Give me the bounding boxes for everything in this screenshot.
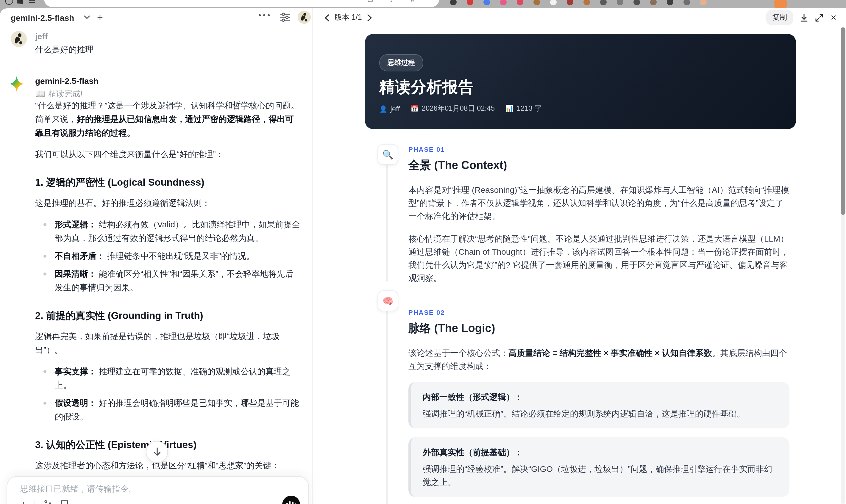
assistant-name: gemini-2.5-flash: [35, 76, 99, 86]
report-body: PHASE 01 全景 (The Context) 本内容是对“推理 (Reas…: [408, 143, 790, 504]
assistant-status: 📖精读完成!: [35, 89, 83, 100]
phase-2-header: PHASE 02 脉络 (The Logic): [408, 306, 790, 335]
browser-extension-icon[interactable]: [550, 0, 557, 5]
browser-extension-icon[interactable]: [500, 0, 507, 5]
divider: [34, 500, 35, 504]
bookmark-icon[interactable]: [60, 500, 68, 504]
version-nav: 版本 1/1: [324, 13, 372, 23]
report-date: 2026年01月08日 02:45: [422, 104, 495, 112]
section-title-3: 3. 认知的公正性 (Epistemic Virtues): [35, 438, 301, 452]
browser-reload-icon[interactable]: ◯: [5, 0, 13, 5]
book-icon: 📖: [35, 89, 45, 98]
version-label: 版本 1/1: [335, 13, 362, 23]
section-title-2: 2. 前提的真实性 (Grounding in Truth): [35, 309, 301, 323]
browser-extension-icon[interactable]: [483, 0, 490, 5]
chevron-right-icon[interactable]: [367, 14, 372, 21]
thinking-process-badge: 思维过程: [379, 54, 423, 71]
voice-input-button[interactable]: [282, 496, 300, 504]
section-lead-1: 这是推理的基石。好的推理必须遵循逻辑法则：: [35, 196, 301, 210]
list-item: 不自相矛盾：推理链条中不能出现“既是又非”的情况。: [35, 249, 301, 263]
section-title-1: 1. 逻辑的严密性 (Logical Soundness): [35, 176, 301, 189]
browser-extension-icon[interactable]: [567, 0, 573, 5]
address-bar[interactable]: ⌓ ⇪ ☆: [44, 0, 439, 7]
browser-extension-icon[interactable]: [517, 0, 523, 5]
brain-icon: 🧠: [377, 290, 398, 311]
browser-extension-icon[interactable]: [467, 0, 473, 5]
dimension-card: 内部一致性（形式逻辑）： 强调推理的“机械正确”。结论必须在给定的规则系统内逻辑…: [408, 382, 790, 428]
intro-paragraph-2: 我们可以从以下四个维度来衡量什么是“好的推理”：: [35, 148, 301, 161]
settings-sliders-icon[interactable]: [280, 13, 290, 22]
browser-extension-icon[interactable]: [583, 0, 590, 5]
user-avatar: [11, 31, 27, 47]
timeline-connector: [386, 311, 388, 504]
chevron-left-icon[interactable]: [324, 14, 329, 21]
phase-1-paragraph: 核心情境在于解决“思考的随意性”问题。不论是人类通过批判性思维进行决策，还是大语…: [408, 232, 790, 284]
gemini-star-icon: [9, 76, 24, 92]
phase-1-paragraph: 本内容是对“推理 (Reasoning)”这一抽象概念的高层建模。在知识爆炸与人…: [408, 183, 790, 222]
bookmark-star-icon[interactable]: ☆: [410, 0, 416, 4]
reading-mode-icon[interactable]: ⌓: [368, 0, 373, 4]
more-options-icon[interactable]: •••: [258, 11, 272, 20]
report-title: 精读分析报告: [379, 77, 474, 97]
browser-extension-icon[interactable]: [617, 0, 623, 5]
chat-header: gemini-2.5-flash + •••: [0, 12, 312, 28]
browser-extension-icon[interactable]: [633, 0, 640, 5]
calendar-icon: 📅: [410, 105, 419, 112]
magnifier-icon: 🔍: [377, 144, 398, 165]
report-hero-card: 思维过程 精读分析报告 👤jeff 📅2026年01月08日 02:45 📊12…: [365, 34, 796, 129]
browser-extension-icon[interactable]: [650, 0, 657, 5]
fullscreen-icon[interactable]: [815, 13, 823, 22]
new-chat-button[interactable]: +: [97, 12, 103, 24]
author-icon: 👤: [379, 105, 387, 112]
artifact-viewer: 版本 1/1 复制 × 思维过程 精读分析报告 👤jeff 📅2026年01月0…: [313, 8, 846, 504]
dimension-card: 外部真实性（前提基础）： 强调推理的“经验校准”。解决“GIGO（垃圾进，垃圾出…: [408, 437, 790, 497]
phase-1-header: PHASE 01 全景 (The Context): [408, 143, 790, 172]
scroll-to-bottom-button[interactable]: [146, 441, 168, 463]
scrollbar-thumb[interactable]: [841, 28, 845, 215]
copy-button[interactable]: 复制: [766, 10, 793, 25]
browser-extension-icon[interactable]: [774, 0, 787, 8]
phase-2-title: 脉络 (The Logic): [408, 322, 790, 335]
browser-tabgrid-icon[interactable]: ▦: [16, 0, 23, 5]
browser-toolbar: ◯ ▦ ☰ ⌓ ⇪ ☆: [0, 0, 846, 8]
extension-icons[interactable]: [450, 0, 787, 8]
report-meta: 👤jeff 📅2026年01月08日 02:45 📊1213 字: [379, 104, 542, 114]
browser-extension-icon[interactable]: [450, 0, 457, 5]
browser-extension-icon[interactable]: [667, 0, 673, 5]
chat-message-list[interactable]: jeff 什么是好的推理 gemini-2.5-flash 📖精读完成! “什么…: [0, 26, 312, 504]
phase-2-formula: 该论述基于一个核心公式：高质量结论 = 结构完整性 × 事实准确性 × 认知自律…: [408, 346, 790, 373]
list-item: 形式逻辑：结构必须有效（Valid）。比如演绎推理中，如果前提全部为真，那么通过…: [35, 218, 301, 245]
user-message-text: 什么是好的推理: [35, 44, 93, 55]
screen: ◯ ▦ ☰ ⌓ ⇪ ☆ gemini-2.5-flash + •••: [0, 0, 846, 504]
user-name: jeff: [35, 32, 48, 41]
composer[interactable]: 思维接口已就绪，请传输指令。 +: [6, 476, 309, 504]
arrow-down-icon: [153, 448, 161, 456]
attach-plus-button[interactable]: +: [20, 500, 27, 504]
download-icon[interactable]: [800, 13, 808, 22]
phase-1-title: 全景 (The Context): [408, 159, 790, 172]
tools-sparkle-icon[interactable]: [42, 499, 53, 504]
section-lead-3: 这涉及推理者的心态和方法论，也是区分“杠精”和“思想家”的关键：: [35, 459, 301, 472]
browser-extension-icon[interactable]: [684, 0, 690, 5]
intro-paragraph: “什么是好的推理？”这是一个涉及逻辑学、认知科学和哲学核心的问题。简单来说，好的…: [35, 99, 301, 140]
model-selector[interactable]: gemini-2.5-flash: [11, 13, 74, 23]
composer-input[interactable]: 思维接口已就绪，请传输指令。: [20, 484, 137, 494]
list-item: 事实支撑：推理建立在可靠的数据、准确的观测或公认的真理之上。: [35, 365, 301, 392]
section-lead-2: 逻辑再完美，如果前提是错误的，推理也是垃圾（即“垃圾进，垃圾出”）。: [35, 330, 301, 357]
browser-extension-icon[interactable]: [700, 0, 707, 5]
browser-extension-icon[interactable]: [600, 0, 607, 5]
timeline-connector: [386, 164, 388, 282]
browser-menu-icon[interactable]: ☰: [29, 0, 35, 5]
share-icon[interactable]: ⇪: [389, 0, 394, 4]
close-icon[interactable]: ×: [830, 14, 836, 21]
phase-2-label: PHASE 02: [408, 306, 790, 319]
phase-1-label: PHASE 01: [408, 143, 790, 156]
wordcount-icon: 📊: [506, 105, 513, 112]
list-item: 假设透明：好的推理会明确指明哪些是已知事实，哪些是基于可能的假设。: [35, 396, 301, 424]
report-wordcount: 1213 字: [517, 104, 542, 112]
account-avatar[interactable]: [298, 11, 311, 24]
report-author: jeff: [390, 104, 400, 113]
list-item: 因果清晰：能准确区分“相关性”和“因果关系”，不会轻率地将先后发生的事情归为因果…: [35, 267, 301, 294]
browser-extension-icon[interactable]: [533, 0, 540, 5]
chevron-down-icon[interactable]: [84, 16, 90, 20]
